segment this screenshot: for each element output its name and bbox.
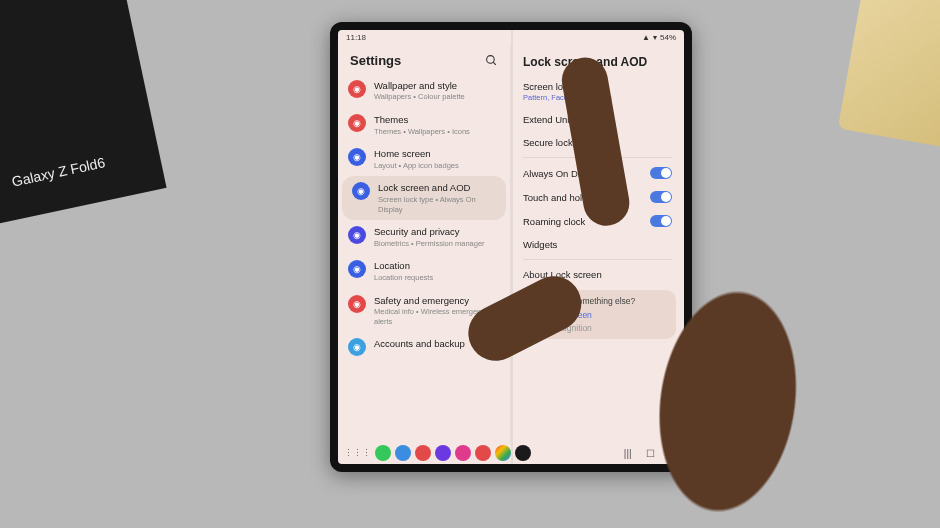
detail-row[interactable]: Screen lock typePattern, Face, Fingerpri…: [511, 75, 684, 108]
foldable-device: 11:18 ▲ ▾ 54% Settings ◉Wallpaper and st…: [330, 22, 692, 472]
detail-row[interactable]: Secure lock settings: [511, 131, 684, 154]
dock-app-icon[interactable]: [495, 445, 511, 461]
svg-line-1: [493, 62, 496, 65]
status-bar: 11:18 ▲ ▾ 54%: [338, 30, 684, 45]
battery-text: 54%: [660, 33, 676, 42]
settings-row-title: Safety and emergency: [374, 295, 500, 306]
settings-row-title: Security and privacy: [374, 226, 485, 237]
settings-row[interactable]: ◉Accounts and backup: [338, 332, 510, 362]
detail-row[interactable]: Extend Unlock: [511, 108, 684, 131]
settings-row-title: Location: [374, 260, 433, 271]
dock-app-icon[interactable]: [415, 445, 431, 461]
detail-row[interactable]: About Lock screen: [511, 263, 684, 286]
settings-row-subtitle: Biometrics • Permission manager: [374, 239, 485, 249]
dock-app-icon[interactable]: [375, 445, 391, 461]
detail-row-title: Always On Display: [523, 168, 602, 179]
toggle-switch[interactable]: [650, 191, 672, 203]
galaxy-box-prop: Galaxy Z Fold6: [0, 0, 167, 229]
detail-row[interactable]: Always On Display: [511, 161, 684, 185]
settings-detail-pane: Lock screen and AOD Screen lock typePatt…: [511, 45, 684, 442]
related-links-card: Looking for something else?Edit Lock scr…: [519, 290, 676, 339]
dock-app-icon[interactable]: [455, 445, 471, 461]
settings-row-title: Lock screen and AOD: [378, 182, 496, 193]
detail-row[interactable]: Widgets: [511, 233, 684, 256]
wood-block-prop: [838, 0, 940, 149]
clock-text: 11:18: [346, 33, 366, 42]
settings-row-title: Wallpaper and style: [374, 80, 465, 91]
settings-row[interactable]: ◉Lock screen and AODScreen lock type • A…: [342, 176, 506, 220]
wifi-icon: ▾: [653, 33, 657, 42]
dock-app-icon[interactable]: [475, 445, 491, 461]
separator: [523, 259, 672, 260]
detail-row[interactable]: Touch and hold to edit: [511, 185, 684, 209]
detail-row-title: Touch and hold to edit: [523, 192, 616, 203]
detail-row-title: Widgets: [523, 239, 672, 250]
settings-master-pane: Settings ◉Wallpaper and styleWallpapers …: [338, 45, 511, 442]
dock-apps: ⋮⋮⋮: [344, 445, 531, 461]
page-title: Settings: [350, 53, 401, 68]
settings-row-title: Themes: [374, 114, 470, 125]
nav-home-button[interactable]: ☐: [646, 448, 655, 459]
toggle-switch[interactable]: [650, 167, 672, 179]
settings-row[interactable]: ◉Home screenLayout • App icon badges: [338, 142, 510, 176]
dock-app-icon[interactable]: [435, 445, 451, 461]
settings-row-icon: ◉: [348, 80, 366, 98]
settings-row[interactable]: ◉Wallpaper and styleWallpapers • Colour …: [338, 74, 510, 108]
settings-row[interactable]: ◉LocationLocation requests: [338, 254, 510, 288]
settings-row-icon: ◉: [348, 260, 366, 278]
footer-question: Looking for something else?: [529, 296, 666, 306]
detail-row[interactable]: Roaming clock: [511, 209, 684, 233]
detail-row-title: About Lock screen: [523, 269, 672, 280]
settings-row-subtitle: Screen lock type • Always On Display: [378, 195, 496, 215]
settings-row[interactable]: ◉Security and privacyBiometrics • Permis…: [338, 220, 510, 254]
detail-list: Screen lock typePattern, Face, Fingerpri…: [511, 75, 684, 442]
settings-row-subtitle: Medical info • Wireless emergency alerts: [374, 307, 500, 327]
box-logo-text: Galaxy Z Fold6: [10, 154, 106, 189]
signal-icon: ▲: [642, 33, 650, 42]
settings-row-icon: ◉: [348, 226, 366, 244]
nav-back-button[interactable]: ‹: [669, 448, 672, 459]
nav-recent-button[interactable]: |||: [624, 448, 632, 459]
app-drawer-icon[interactable]: ⋮⋮⋮: [344, 448, 371, 458]
settings-list: ◉Wallpaper and styleWallpapers • Colour …: [338, 74, 510, 442]
footer-link[interactable]: Edit Lock screen: [529, 310, 666, 320]
detail-title: Lock screen and AOD: [523, 55, 672, 69]
settings-row-icon: ◉: [348, 295, 366, 313]
settings-row-title: Accounts and backup: [374, 338, 465, 349]
settings-row[interactable]: ◉ThemesThemes • Wallpapers • Icons: [338, 108, 510, 142]
detail-row-title: Screen lock type: [523, 81, 672, 92]
toggle-switch[interactable]: [650, 215, 672, 227]
dock-app-icon[interactable]: [395, 445, 411, 461]
detail-row-title: Secure lock settings: [523, 137, 672, 148]
detail-row-subtitle: Pattern, Face, Fingerprints: [523, 93, 672, 102]
settings-row-icon: ◉: [352, 182, 370, 200]
settings-row-subtitle: Layout • App icon badges: [374, 161, 459, 171]
settings-row-subtitle: Location requests: [374, 273, 433, 283]
search-icon[interactable]: [485, 54, 498, 67]
separator: [523, 157, 672, 158]
footer-link[interactable]: Face recognition: [529, 323, 666, 333]
settings-row-subtitle: Wallpapers • Colour palette: [374, 92, 465, 102]
settings-row-title: Home screen: [374, 148, 459, 159]
settings-row-icon: ◉: [348, 114, 366, 132]
settings-row[interactable]: ◉Safety and emergencyMedical info • Wire…: [338, 289, 510, 333]
svg-point-0: [487, 56, 495, 64]
settings-row-icon: ◉: [348, 148, 366, 166]
device-screen: 11:18 ▲ ▾ 54% Settings ◉Wallpaper and st…: [338, 30, 684, 464]
taskbar: ⋮⋮⋮ ||| ☐ ‹: [338, 442, 684, 464]
detail-row-title: Roaming clock: [523, 216, 585, 227]
detail-row-title: Extend Unlock: [523, 114, 672, 125]
dock-app-icon[interactable]: [515, 445, 531, 461]
settings-row-subtitle: Themes • Wallpapers • Icons: [374, 127, 470, 137]
settings-row-icon: ◉: [348, 338, 366, 356]
